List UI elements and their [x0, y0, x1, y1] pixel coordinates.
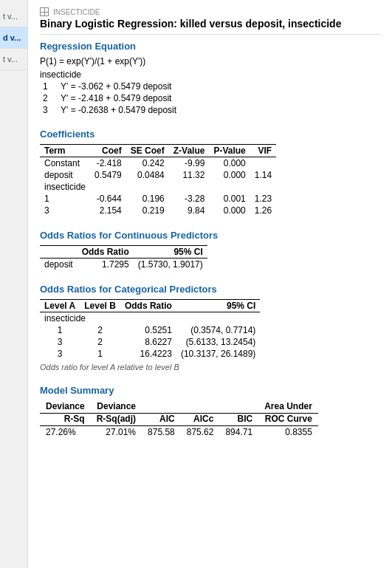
- eq-row-id: 2: [43, 93, 52, 103]
- model-summary-row: 27.26%27.01%875.58875.62894.710.8355: [40, 426, 318, 439]
- odds-cat-cell: (10.3137, 26.1489): [176, 348, 260, 360]
- model-header-line1: [142, 400, 181, 413]
- odds-cat-row: 328.6227(5.6133, 13.2454): [40, 336, 260, 348]
- odds-cat-header: Level B: [80, 300, 120, 312]
- odds-cont-header: Odds Ratio: [78, 246, 134, 259]
- odds-cont-header: [40, 246, 78, 259]
- coef-row: 1-0.6440.196-3.280.0011.23: [40, 193, 276, 205]
- odds-cont-header: 95% CI: [134, 246, 207, 259]
- coef-cell: [209, 181, 250, 193]
- model-header-line2: R-Sq: [40, 413, 91, 426]
- window-title: Binary Logistic Regression: killed versu…: [40, 18, 380, 30]
- odds-categorical-section: Odds Ratios for Categorical Predictors L…: [40, 284, 380, 372]
- odds-categorical-table: Level ALevel BOdds Ratio95% CIinsecticid…: [40, 299, 260, 360]
- odds-cat-cell: 0.5251: [120, 324, 176, 336]
- coef-cell: -0.644: [90, 193, 126, 205]
- coef-cell: [169, 181, 210, 193]
- eq-row-text: Y' = -2.418 + 0.5479 deposit: [61, 93, 171, 103]
- model-header-line1: Deviance: [91, 400, 142, 413]
- coef-cell: Constant: [40, 157, 90, 170]
- odds-cat-group-label: insecticide: [40, 312, 260, 325]
- coef-cell: 0.242: [126, 157, 169, 170]
- regression-equation-title: Regression Equation: [40, 41, 380, 52]
- odds-cat-cell: 16.4223: [120, 348, 176, 360]
- eq-row-id: 1: [43, 81, 52, 92]
- coefficients-table: TermCoefSE CoefZ-ValueP-ValueVIFConstant…: [40, 144, 276, 216]
- odds-cat-cell: 1: [80, 348, 120, 360]
- eq-row-text: Y' = -0.2638 + 0.5479 deposit: [61, 105, 176, 115]
- equation-formula: P(1) = exp(Y')/(1 + exp(Y')): [40, 56, 380, 66]
- odds-cat-cell: 2: [80, 324, 120, 336]
- odds-cat-cell: 3: [40, 336, 80, 348]
- model-header-line1: Deviance: [40, 400, 91, 413]
- coef-cell: insecticide: [40, 181, 90, 193]
- odds-cat-row: 120.5251(0.3574, 0.7714): [40, 324, 260, 336]
- coefficients-title: Coefficients: [40, 129, 380, 140]
- model-summary-cell: 0.8355: [258, 426, 318, 439]
- model-summary-cell: 875.62: [181, 426, 220, 439]
- window-label: INSECTICIDE: [40, 7, 380, 16]
- equation-rows: 1Y' = -3.062 + 0.5479 deposit2Y' = -2.41…: [40, 81, 380, 115]
- coef-cell: [250, 157, 276, 170]
- equation-row: 1Y' = -3.062 + 0.5479 deposit: [40, 81, 380, 92]
- sidebar-item-3[interactable]: t v...: [0, 49, 27, 70]
- model-header-line2: BIC: [219, 413, 258, 426]
- coef-header: P-Value: [209, 145, 250, 157]
- odds-cont-cell: (1.5730, 1.9017): [134, 259, 207, 271]
- coef-cell: [90, 181, 126, 193]
- sidebar-item-2[interactable]: d v...: [0, 27, 27, 49]
- coef-cell: 3: [40, 205, 90, 216]
- equation-formula-text: P(1) = exp(Y')/(1 + exp(Y')): [40, 56, 145, 66]
- coef-cell: [126, 181, 169, 193]
- sidebar-item-1[interactable]: t v...: [0, 6, 27, 27]
- odds-cat-cell: 1: [40, 324, 80, 336]
- coef-cell: 1: [40, 193, 90, 205]
- main-content: INSECTICIDE Binary Logistic Regression: …: [28, 0, 392, 568]
- coef-cell: 2.154: [90, 205, 126, 216]
- coef-cell: 1.26: [250, 205, 276, 216]
- model-summary-section: Model Summary DevianceDevianceArea Under…: [40, 385, 380, 438]
- coef-cell: 11.32: [169, 169, 210, 181]
- coef-cell: 0.5479: [90, 169, 126, 181]
- model-summary-cell: 27.26%: [40, 426, 91, 439]
- model-header-line1: [181, 400, 220, 413]
- coef-header: SE Coef: [126, 145, 169, 157]
- window-label-text: INSECTICIDE: [53, 8, 100, 16]
- eq-row-id: 3: [43, 105, 52, 115]
- coef-row: insecticide: [40, 181, 276, 193]
- equation-row: 2Y' = -2.418 + 0.5479 deposit: [40, 93, 380, 103]
- coef-cell: 0.000: [209, 205, 250, 216]
- odds-cat-cell: 3: [40, 348, 80, 360]
- odds-cont-cell: 1.7295: [78, 259, 134, 271]
- window-header: INSECTICIDE Binary Logistic Regression: …: [40, 7, 380, 35]
- grid-icon: [40, 7, 49, 16]
- model-header-line2: ROC Curve: [258, 413, 318, 426]
- coef-cell: 0.000: [209, 169, 250, 181]
- odds-cont-cell: deposit: [40, 259, 78, 271]
- odds-cat-group-label-row: insecticide: [40, 312, 260, 325]
- model-summary-title: Model Summary: [40, 385, 380, 396]
- sidebar: t v... d v... t v...: [0, 0, 28, 568]
- model-summary-cell: 875.58: [142, 426, 181, 439]
- model-summary-cell: 894.71: [219, 426, 258, 439]
- coef-cell: [250, 181, 276, 193]
- coef-cell: 9.84: [169, 205, 210, 216]
- coef-cell: 1.23: [250, 193, 276, 205]
- coef-cell: -9.99: [169, 157, 210, 170]
- odds-cat-cell: 2: [80, 336, 120, 348]
- model-summary-cell: 27.01%: [91, 426, 142, 439]
- odds-cat-header: Level A: [40, 300, 80, 312]
- odds-categorical-note: Odds ratio for level A relative to level…: [40, 363, 380, 372]
- odds-cat-cell: (0.3574, 0.7714): [176, 324, 260, 336]
- coef-row: 32.1540.2199.840.0001.26: [40, 205, 276, 216]
- coef-header: VIF: [250, 145, 276, 157]
- coef-cell: 0.196: [126, 193, 169, 205]
- model-summary-table: DevianceDevianceArea UnderR-SqR-Sq(adj)A…: [40, 400, 318, 438]
- coef-header: Z-Value: [169, 145, 210, 157]
- coef-cell: 1.14: [250, 169, 276, 181]
- odds-cat-header: Odds Ratio: [120, 300, 176, 312]
- coef-cell: -2.418: [90, 157, 126, 170]
- odds-cont-row: deposit1.7295(1.5730, 1.9017): [40, 259, 207, 271]
- odds-continuous-title: Odds Ratios for Continuous Predictors: [40, 230, 380, 241]
- coef-row: Constant-2.4180.242-9.990.000: [40, 157, 276, 170]
